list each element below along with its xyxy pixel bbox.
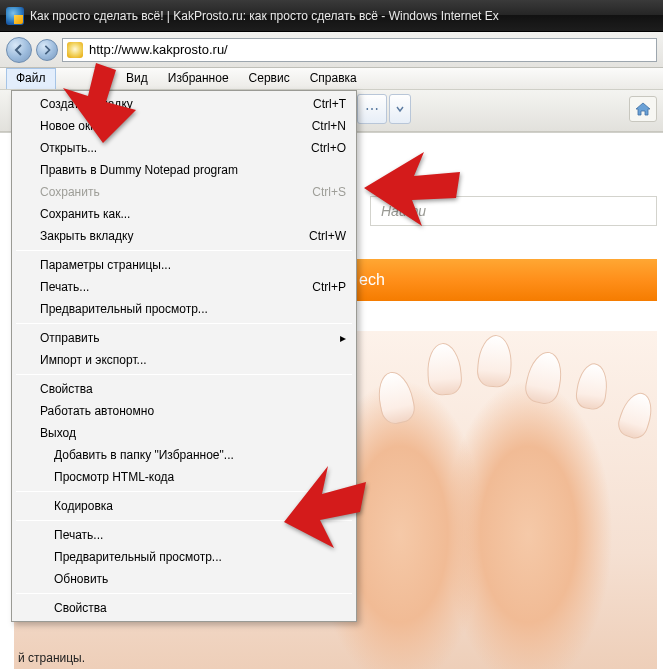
menu-item[interactable]: Закрыть вкладкуCtrl+W (14, 225, 354, 247)
arrow-left-icon (13, 44, 25, 56)
menu-item-label: Выход (40, 426, 76, 440)
svg-marker-0 (63, 63, 136, 143)
menu-item-label: Добавить в папку "Избранное"... (54, 448, 234, 462)
forward-button[interactable] (36, 39, 58, 61)
menu-item-label: Импорт и экспорт... (40, 353, 147, 367)
svg-marker-2 (284, 466, 366, 548)
window-title: Как просто сделать всё! | KakProsto.ru: … (30, 9, 499, 23)
annotation-arrow-icon (280, 462, 370, 552)
page-favicon-icon (67, 42, 83, 58)
menu-item[interactable]: Сохранить как... (14, 203, 354, 225)
menu-item-label: Работать автономно (40, 404, 154, 418)
svg-marker-1 (364, 152, 460, 226)
menu-item-shortcut: Ctrl+N (296, 119, 346, 133)
menu-item-shortcut: Ctrl+W (293, 229, 346, 243)
home-button[interactable] (629, 96, 657, 122)
menu-item-shortcut: Ctrl+T (297, 97, 346, 111)
menu-item-label: Печать... (40, 280, 89, 294)
arrow-right-icon (42, 45, 52, 55)
menu-item-label: Параметры страницы... (40, 258, 171, 272)
menu-item-label: Закрыть вкладку (40, 229, 133, 243)
menu-item-label: Отправить (40, 331, 100, 345)
menu-item[interactable]: Свойства (14, 378, 354, 400)
annotation-arrow-icon (58, 58, 148, 148)
menu-item-shortcut: Ctrl+P (296, 280, 346, 294)
menu-item-label: Кодировка (54, 499, 113, 513)
menu-item-label: Предварительный просмотр... (54, 550, 222, 564)
menu-item-shortcut: Ctrl+S (296, 185, 346, 199)
home-icon (635, 102, 651, 116)
ie-favicon-icon (6, 7, 24, 25)
address-bar[interactable] (62, 38, 657, 62)
window-titlebar: Как просто сделать всё! | KakProsto.ru: … (0, 0, 663, 32)
menu-tools[interactable]: Сервис (239, 68, 300, 89)
back-button[interactable] (6, 37, 32, 63)
dropdown-button[interactable] (389, 94, 411, 124)
menu-separator (16, 593, 352, 594)
menu-item[interactable]: Выход (14, 422, 354, 444)
menu-item[interactable]: Предварительный просмотр... (14, 298, 354, 320)
menu-item-label: Обновить (54, 572, 108, 586)
annotation-arrow-icon (362, 150, 462, 230)
menu-item[interactable]: Обновить (14, 568, 354, 590)
menu-item-label: Сохранить (40, 185, 100, 199)
menu-item-label: Править в Dummy Notepad program (40, 163, 238, 177)
menu-item-label: Предварительный просмотр... (40, 302, 208, 316)
menu-item: СохранитьCtrl+S (14, 181, 354, 203)
menu-item[interactable]: Отправить▸ (14, 327, 354, 349)
dots-icon: ⋯ (365, 101, 379, 117)
menu-favorites[interactable]: Избранное (158, 68, 239, 89)
menu-separator (16, 374, 352, 375)
menu-separator (16, 323, 352, 324)
overflow-button[interactable]: ⋯ (357, 94, 387, 124)
menu-item[interactable]: Параметры страницы... (14, 254, 354, 276)
chevron-down-icon (396, 105, 404, 113)
menu-item-shortcut: Ctrl+O (295, 141, 346, 155)
menu-item-label: Сохранить как... (40, 207, 130, 221)
menu-separator (16, 250, 352, 251)
status-text: й страницы. (18, 651, 85, 665)
menu-item-label: Просмотр HTML-кода (54, 470, 174, 484)
menu-item[interactable]: Работать автономно (14, 400, 354, 422)
menu-item-label: Свойства (54, 601, 107, 615)
submenu-arrow-icon: ▸ (324, 331, 346, 345)
menu-item[interactable]: Править в Dummy Notepad program (14, 159, 354, 181)
menu-file[interactable]: Файл (6, 68, 56, 89)
menu-item-label: Печать... (54, 528, 103, 542)
category-label: ech (359, 271, 385, 289)
url-input[interactable] (89, 42, 652, 57)
menu-item[interactable]: Свойства (14, 597, 354, 619)
menu-item[interactable]: Импорт и экспорт... (14, 349, 354, 371)
menu-item-label: Свойства (40, 382, 93, 396)
menu-help[interactable]: Справка (300, 68, 367, 89)
menu-item[interactable]: Печать...Ctrl+P (14, 276, 354, 298)
